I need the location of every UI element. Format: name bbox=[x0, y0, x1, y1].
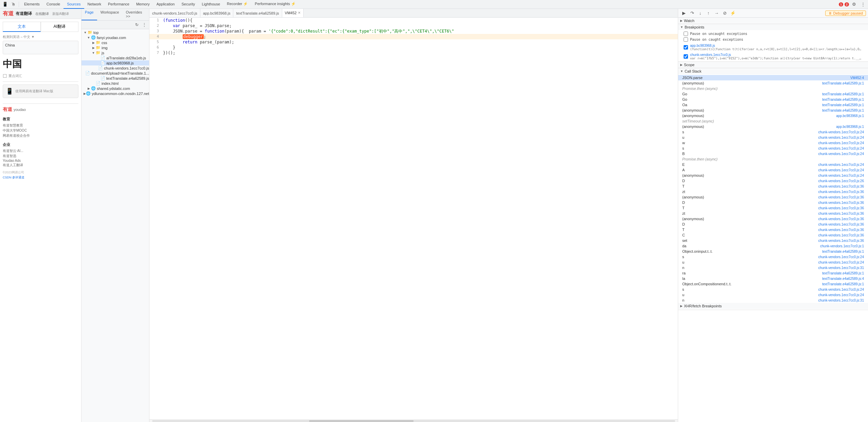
tree-item-ydluna[interactable]: ▶ 🌐 ydlunacommon-cdn.nosdn.127.net bbox=[82, 91, 149, 96]
callstack-item-24[interactable]: Tchunk-vendors.1ecc7cc0.js:36 bbox=[678, 205, 868, 211]
breakpoints-header[interactable]: ▼ Breakpoints bbox=[678, 24, 868, 30]
callstack-item-11[interactable]: uchunk-vendors.1ecc7cc0.js:24 bbox=[678, 135, 868, 140]
tab-performance[interactable]: Performance bbox=[105, 0, 133, 9]
callstack-item-4[interactable]: GotextTranslate.e4a62589.js:1 bbox=[678, 97, 868, 102]
tree-item-js-folder[interactable]: ▼ 📁 js bbox=[82, 50, 149, 55]
tree-item-chunk-vendors[interactable]: ▶ 📄 chunk-vendors.1ecc7cc0.js bbox=[82, 65, 149, 71]
pause-uncaught-checkbox[interactable] bbox=[684, 32, 688, 36]
step-out-button[interactable]: ↑ bbox=[705, 9, 712, 17]
new-ai-label[interactable]: 新版AI翻译 bbox=[52, 12, 69, 16]
callstack-item-7[interactable]: (anonymous)app.bc983968.js:1 bbox=[678, 113, 868, 118]
scrollbar-thumb[interactable] bbox=[309, 420, 414, 422]
tree-item-top[interactable]: ▼ 📁 top bbox=[82, 30, 149, 35]
tree-item-css[interactable]: ▶ 📁 css bbox=[82, 40, 149, 45]
callstack-item-3[interactable]: GotextTranslate.e4a62589.js:1 bbox=[678, 91, 868, 97]
deactivate-breakpoints-button[interactable]: ⊘ bbox=[721, 9, 728, 17]
dont-pause-exceptions-button[interactable]: ⚡ bbox=[729, 9, 737, 17]
callstack-item-35[interactable]: nchunk-vendors.1ecc7cc0.js:31 bbox=[678, 265, 868, 270]
callstack-item-17[interactable]: Achunk-vendors.1ecc7cc0.js:24 bbox=[678, 167, 868, 173]
csdn-label[interactable]: CSDN 参评通道 bbox=[3, 175, 78, 180]
code-tab-vm452[interactable]: VM452 ✕ bbox=[282, 9, 304, 18]
tree-item-doc-upload[interactable]: ▶ 📄 documentUpload=textTranslate.1... bbox=[82, 71, 149, 76]
callstack-item-12[interactable]: wchunk-vendors.1ecc7cc0.js:24 bbox=[678, 140, 868, 146]
callstack-item-16[interactable]: Echunk-vendors.1ecc7cc0.js:24 bbox=[678, 162, 868, 167]
footer-link-2[interactable]: 中国大学MOOC bbox=[3, 128, 78, 133]
callstack-item-9[interactable]: (anonymous)app.bc983968.js:1 bbox=[678, 124, 868, 129]
tree-item-index-html[interactable]: ▶ 📄 index.html bbox=[82, 81, 149, 86]
callstack-item-39[interactable]: schunk-vendors.1ecc7cc0.js:24 bbox=[678, 287, 868, 292]
callstack-item-20[interactable]: Tchunk-vendors.1ecc7cc0.js:36 bbox=[678, 184, 868, 189]
tab-console[interactable]: Console bbox=[43, 0, 64, 9]
callstack-item-29[interactable]: Cchunk-vendors.1ecc7cc0.js:36 bbox=[678, 232, 868, 238]
tab-recorder[interactable]: Recorder ⚡ bbox=[223, 0, 251, 9]
more-options-button[interactable]: ⋮ bbox=[141, 21, 148, 28]
callstack-item-10[interactable]: schunk-vendors.1ecc7cc0.js:24 bbox=[678, 129, 868, 135]
online-label[interactable]: 在线翻译 bbox=[35, 12, 49, 16]
code-tab-app-bc[interactable]: app.bc983968.js bbox=[200, 9, 234, 18]
step-button[interactable]: → bbox=[713, 9, 720, 17]
tab-sources[interactable]: Sources bbox=[64, 0, 84, 9]
callstack-item-38[interactable]: Object.onCompositionend.t..t.textTransla… bbox=[678, 281, 868, 287]
callstack-item-0[interactable]: JSON.parseVM452:4 bbox=[678, 75, 868, 80]
tree-item-fanyi[interactable]: ▼ 🌐 fanyi.youdao.com bbox=[82, 35, 149, 40]
callstack-item-13[interactable]: schunk-vendors.1ecc7cc0.js:24 bbox=[678, 146, 868, 151]
callstack-item-41[interactable]: nchunk-vendors.1ecc7cc0.js:31 bbox=[678, 298, 868, 303]
footer-link-4[interactable]: 有道智云·AI... bbox=[3, 149, 78, 153]
tree-item-ai-translate[interactable]: ▶ 📄 aiTranslate.dd28a1eb.js bbox=[82, 55, 149, 60]
callstack-item-33[interactable]: schunk-vendors.1ecc7cc0.js:24 bbox=[678, 254, 868, 260]
tree-item-shared[interactable]: ▶ 🌐 shared.ydstatic.com bbox=[82, 86, 149, 91]
pause-caught-checkbox[interactable] bbox=[684, 37, 688, 42]
tab-performance-insights[interactable]: Performance insights ⚡ bbox=[251, 0, 299, 9]
tab-security[interactable]: Security bbox=[178, 0, 198, 9]
device-toggle-button[interactable]: 📱 bbox=[1, 1, 9, 8]
callstack-item-22[interactable]: (anonymous)chunk-vendors.1ecc7cc0.js:36 bbox=[678, 194, 868, 200]
callstack-item-19[interactable]: Dchunk-vendors.1ecc7cc0.js:26 bbox=[678, 178, 868, 184]
step-into-button[interactable]: ↓ bbox=[697, 9, 704, 17]
callstack-item-30[interactable]: setchunk-vendors.1ecc7cc0.js:36 bbox=[678, 238, 868, 243]
callstack-item-40[interactable]: uchunk-vendors.1ecc7cc0.js:24 bbox=[678, 292, 868, 298]
callstack-item-34[interactable]: uchunk-vendors.1ecc7cc0.js:24 bbox=[678, 260, 868, 265]
callstack-item-28[interactable]: Tchunk-vendors.1ecc7cc0.js:36 bbox=[678, 227, 868, 232]
footer-link-6[interactable]: Youdao Ads bbox=[3, 159, 78, 162]
callstack-item-14[interactable]: Bchunk-vendors.1ecc7cc0.js:24 bbox=[678, 151, 868, 156]
close-tab-icon[interactable]: ✕ bbox=[298, 11, 301, 15]
call-stack-header[interactable]: ▼ Call Stack bbox=[678, 68, 868, 74]
ai-translate-tab[interactable]: AI翻译 bbox=[41, 22, 79, 32]
tree-item-img[interactable]: ▶ 📁 img bbox=[82, 45, 149, 50]
callstack-item-21[interactable]: ztchunk-vendors.1ecc7cc0.js:36 bbox=[678, 189, 868, 194]
tree-item-text-translate[interactable]: ▶ 📄 textTranslate.e4a62589.js bbox=[82, 76, 149, 81]
breakpoint-2-checkbox[interactable] bbox=[684, 54, 688, 59]
xhr-fetch-breakpoints-header[interactable]: ▶XHR/fetch Breakpoints bbox=[678, 303, 868, 309]
tab-network[interactable]: Network bbox=[84, 0, 105, 9]
text-tab[interactable]: 文本 bbox=[3, 22, 41, 32]
watch-header[interactable]: ▶ Watch bbox=[678, 18, 868, 24]
tab-application[interactable]: Application bbox=[153, 0, 178, 9]
breakpoint-1-checkbox[interactable] bbox=[684, 45, 688, 50]
callstack-item-6[interactable]: (anonymous)textTranslate.e4a62589.js:1 bbox=[678, 108, 868, 113]
scrollbar-track[interactable] bbox=[152, 420, 675, 422]
more-tools-button[interactable]: ⋮ bbox=[859, 1, 867, 8]
callstack-item-5[interactable]: OatextTranslate.e4a62589.js:1 bbox=[678, 102, 868, 108]
footer-link-1[interactable]: 有道智慧教育 bbox=[3, 123, 78, 128]
callstack-item-36[interactable]: ratextTranslate.e4a62589.js:1 bbox=[678, 270, 868, 276]
resume-button[interactable]: ▶ bbox=[680, 9, 688, 17]
tab-lighthouse[interactable]: Lighthouse bbox=[198, 0, 223, 9]
scope-header[interactable]: ▶ Scope bbox=[678, 62, 868, 68]
callstack-item-25[interactable]: ztchunk-vendors.1ecc7cc0.js:36 bbox=[678, 211, 868, 216]
sync-button[interactable]: ↻ bbox=[133, 21, 140, 28]
footer-link-5[interactable]: 有道智选 bbox=[3, 154, 78, 158]
tab-elements[interactable]: Elements bbox=[21, 0, 43, 9]
callstack-item-27[interactable]: Dchunk-vendors.1ecc7cc0.js:36 bbox=[678, 222, 868, 227]
footer-link-3[interactable]: 网易有道校企合作 bbox=[3, 133, 78, 138]
callstack-item-1[interactable]: (anonymous)textTranslate.e4a62589.js:1 bbox=[678, 80, 868, 86]
overrides-tab[interactable]: Overrides >> bbox=[123, 9, 149, 20]
tree-item-app-bc[interactable]: ▶ 📄 app.bc983968.js bbox=[82, 60, 149, 65]
callstack-item-32[interactable]: Object.oninput.t..t.textTranslate.e4a625… bbox=[678, 249, 868, 254]
code-tab-chunk-vendors[interactable]: chunk-vendors.1ecc7cc0.js bbox=[149, 9, 200, 18]
inspect-button[interactable]: 🖱 bbox=[10, 1, 17, 8]
callstack-item-18[interactable]: (anonymous)chunk-vendors.1ecc7cc0.js:24 bbox=[678, 173, 868, 178]
callstack-item-26[interactable]: (anonymous)chunk-vendors.1ecc7cc0.js:36 bbox=[678, 216, 868, 222]
tab-memory[interactable]: Memory bbox=[133, 0, 153, 9]
step-over-button[interactable]: ↷ bbox=[688, 9, 696, 17]
footer-link-7[interactable]: 有道人工翻译 bbox=[3, 163, 78, 168]
